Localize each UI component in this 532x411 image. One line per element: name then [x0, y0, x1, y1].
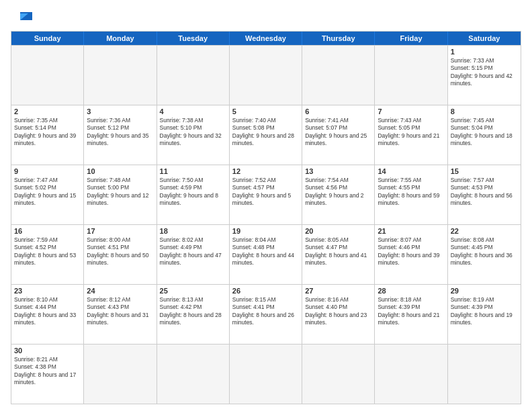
day-number: 2 [14, 107, 81, 116]
header-day-saturday: Saturday [448, 32, 521, 45]
sun-info: Sunrise: 7:54 AMSunset: 4:56 PMDaylight:… [305, 177, 371, 208]
calendar-cell: 1Sunrise: 7:33 AMSunset: 5:15 PMDaylight… [448, 46, 521, 105]
day-number: 20 [305, 227, 371, 235]
day-number: 26 [232, 287, 299, 295]
day-number: 18 [160, 227, 226, 235]
day-number: 12 [232, 167, 299, 175]
day-number: 1 [451, 48, 518, 56]
sun-info: Sunrise: 8:13 AMSunset: 4:42 PMDaylight:… [160, 296, 226, 327]
calendar-cell [448, 345, 521, 404]
day-number: 21 [378, 227, 444, 235]
sun-info: Sunrise: 7:36 AMSunset: 5:12 PMDaylight:… [87, 117, 153, 148]
calendar-cell: 15Sunrise: 7:57 AMSunset: 4:53 PMDayligh… [448, 165, 521, 224]
calendar-cell: 8Sunrise: 7:45 AMSunset: 5:04 PMDaylight… [448, 105, 521, 165]
sun-info: Sunrise: 8:08 AMSunset: 4:45 PMDaylight:… [451, 236, 518, 267]
calendar-cell: 24Sunrise: 8:12 AMSunset: 4:43 PMDayligh… [84, 285, 157, 344]
header-day-thursday: Thursday [302, 32, 375, 45]
calendar-row-4: 23Sunrise: 8:10 AMSunset: 4:44 PMDayligh… [11, 284, 521, 344]
sun-info: Sunrise: 7:55 AMSunset: 4:55 PMDaylight:… [378, 177, 444, 208]
calendar-cell: 3Sunrise: 7:36 AMSunset: 5:12 PMDaylight… [84, 105, 157, 165]
calendar-cell [11, 46, 84, 105]
header-day-sunday: Sunday [11, 32, 84, 45]
calendar-cell: 5Sunrise: 7:40 AMSunset: 5:08 PMDaylight… [230, 105, 302, 165]
sun-info: Sunrise: 8:05 AMSunset: 4:47 PMDaylight:… [305, 236, 371, 267]
day-number: 3 [87, 107, 153, 116]
sun-info: Sunrise: 8:16 AMSunset: 4:40 PMDaylight:… [305, 296, 371, 327]
day-number: 17 [87, 227, 153, 235]
calendar-row-0: 1Sunrise: 7:33 AMSunset: 5:15 PMDaylight… [11, 45, 521, 105]
calendar-cell [230, 345, 302, 404]
sun-info: Sunrise: 7:40 AMSunset: 5:08 PMDaylight:… [232, 117, 299, 148]
calendar-cell: 25Sunrise: 8:13 AMSunset: 4:42 PMDayligh… [157, 285, 230, 344]
calendar-cell: 4Sunrise: 7:38 AMSunset: 5:10 PMDaylight… [157, 105, 230, 165]
day-number: 7 [378, 107, 444, 116]
calendar-cell [375, 345, 447, 404]
day-number: 5 [232, 107, 299, 116]
sun-info: Sunrise: 8:21 AMSunset: 4:38 PMDaylight:… [14, 356, 81, 387]
day-number: 6 [305, 107, 371, 116]
page: SundayMondayTuesdayWednesdayThursdayFrid… [0, 0, 532, 411]
calendar-cell: 27Sunrise: 8:16 AMSunset: 4:40 PMDayligh… [302, 285, 375, 344]
day-number: 22 [451, 227, 518, 235]
calendar-cell: 11Sunrise: 7:50 AMSunset: 4:59 PMDayligh… [157, 165, 230, 224]
calendar-header: SundayMondayTuesdayWednesdayThursdayFrid… [11, 32, 521, 45]
day-number: 13 [305, 167, 371, 175]
calendar-cell [157, 345, 230, 404]
sun-info: Sunrise: 7:43 AMSunset: 5:05 PMDaylight:… [378, 117, 444, 148]
day-number: 23 [14, 287, 81, 295]
sun-info: Sunrise: 7:45 AMSunset: 5:04 PMDaylight:… [451, 117, 518, 148]
sun-info: Sunrise: 7:52 AMSunset: 4:57 PMDaylight:… [232, 177, 299, 208]
calendar-cell: 18Sunrise: 8:02 AMSunset: 4:49 PMDayligh… [157, 225, 230, 284]
day-number: 15 [451, 167, 518, 175]
calendar-cell: 16Sunrise: 7:59 AMSunset: 4:52 PMDayligh… [11, 225, 84, 284]
day-number: 29 [451, 287, 518, 295]
day-number: 10 [87, 167, 153, 175]
calendar-cell [302, 46, 375, 105]
calendar-cell: 28Sunrise: 8:18 AMSunset: 4:39 PMDayligh… [375, 285, 447, 344]
calendar-cell: 6Sunrise: 7:41 AMSunset: 5:07 PMDaylight… [302, 105, 375, 165]
calendar-cell [302, 345, 375, 404]
logo-icon [13, 11, 34, 26]
sun-info: Sunrise: 8:07 AMSunset: 4:46 PMDaylight:… [378, 236, 444, 267]
header-day-wednesday: Wednesday [230, 32, 302, 45]
sun-info: Sunrise: 8:18 AMSunset: 4:39 PMDaylight:… [378, 296, 444, 327]
calendar-cell: 19Sunrise: 8:04 AMSunset: 4:48 PMDayligh… [230, 225, 302, 284]
calendar-cell: 26Sunrise: 8:15 AMSunset: 4:41 PMDayligh… [230, 285, 302, 344]
sun-info: Sunrise: 7:41 AMSunset: 5:07 PMDaylight:… [305, 117, 371, 148]
sun-info: Sunrise: 8:19 AMSunset: 4:39 PMDaylight:… [451, 296, 518, 327]
day-number: 11 [160, 167, 226, 175]
calendar-row-3: 16Sunrise: 7:59 AMSunset: 4:52 PMDayligh… [11, 224, 521, 284]
header-day-monday: Monday [84, 32, 157, 45]
calendar-cell: 17Sunrise: 8:00 AMSunset: 4:51 PMDayligh… [84, 225, 157, 284]
day-number: 24 [87, 287, 153, 295]
calendar-cell: 10Sunrise: 7:48 AMSunset: 5:00 PMDayligh… [84, 165, 157, 224]
calendar-cell [375, 46, 447, 105]
calendar: SundayMondayTuesdayWednesdayThursdayFrid… [11, 31, 521, 404]
sun-info: Sunrise: 8:00 AMSunset: 4:51 PMDaylight:… [87, 236, 153, 267]
day-number: 14 [378, 167, 444, 175]
sun-info: Sunrise: 7:59 AMSunset: 4:52 PMDaylight:… [14, 236, 81, 267]
calendar-cell: 7Sunrise: 7:43 AMSunset: 5:05 PMDaylight… [375, 105, 447, 165]
day-number: 30 [14, 347, 81, 355]
calendar-body: 1Sunrise: 7:33 AMSunset: 5:15 PMDaylight… [11, 45, 521, 404]
calendar-cell [230, 46, 302, 105]
calendar-cell: 20Sunrise: 8:05 AMSunset: 4:47 PMDayligh… [302, 225, 375, 284]
day-number: 9 [14, 167, 81, 175]
calendar-cell [84, 46, 157, 105]
calendar-cell: 21Sunrise: 8:07 AMSunset: 4:46 PMDayligh… [375, 225, 447, 284]
calendar-cell [157, 46, 230, 105]
sun-info: Sunrise: 8:10 AMSunset: 4:44 PMDaylight:… [14, 296, 81, 327]
calendar-cell: 30Sunrise: 8:21 AMSunset: 4:38 PMDayligh… [11, 345, 84, 404]
calendar-cell: 22Sunrise: 8:08 AMSunset: 4:45 PMDayligh… [448, 225, 521, 284]
day-number: 8 [451, 107, 518, 116]
calendar-cell: 9Sunrise: 7:47 AMSunset: 5:02 PMDaylight… [11, 165, 84, 224]
sun-info: Sunrise: 8:02 AMSunset: 4:49 PMDaylight:… [160, 236, 226, 267]
calendar-cell: 12Sunrise: 7:52 AMSunset: 4:57 PMDayligh… [230, 165, 302, 224]
calendar-row-2: 9Sunrise: 7:47 AMSunset: 5:02 PMDaylight… [11, 165, 521, 224]
sun-info: Sunrise: 7:38 AMSunset: 5:10 PMDaylight:… [160, 117, 226, 148]
sun-info: Sunrise: 7:48 AMSunset: 5:00 PMDaylight:… [87, 177, 153, 208]
calendar-cell [84, 345, 157, 404]
sun-info: Sunrise: 7:33 AMSunset: 5:15 PMDaylight:… [451, 57, 518, 88]
day-number: 28 [378, 287, 444, 295]
calendar-cell: 14Sunrise: 7:55 AMSunset: 4:55 PMDayligh… [375, 165, 447, 224]
